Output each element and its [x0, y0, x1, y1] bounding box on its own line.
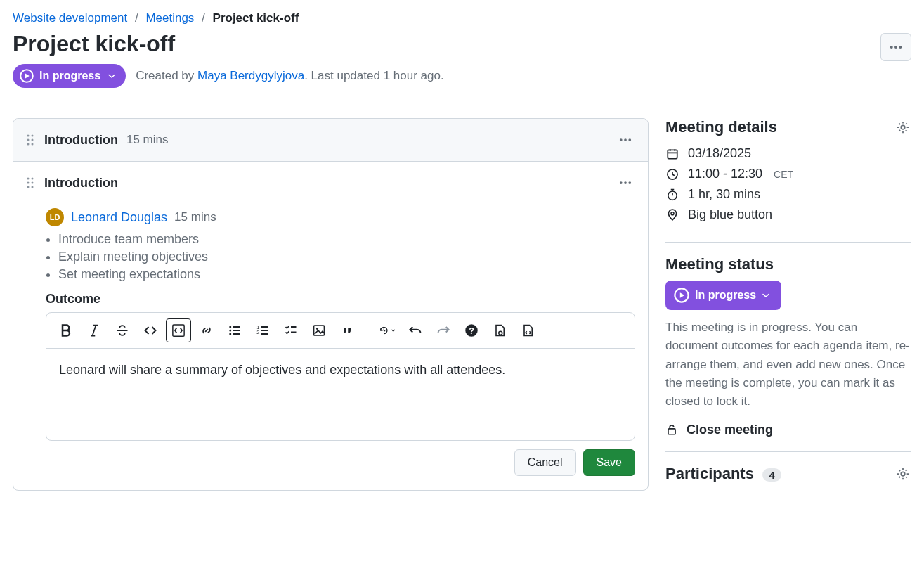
meta-created-prefix: Created by [136, 69, 197, 82]
toolbar-ordered-list-button[interactable]: 12 [250, 318, 275, 342]
toolbar-strike-button[interactable] [110, 318, 135, 342]
toolbar-history-button[interactable] [375, 318, 400, 342]
undo-icon [408, 323, 422, 337]
sidebar-status-pill[interactable]: In progress [665, 281, 781, 310]
toolbar-italic-button[interactable] [82, 318, 107, 342]
sidebar-meeting-status-heading: Meeting status [665, 255, 774, 273]
toolbar-redo-button[interactable] [431, 318, 456, 342]
detail-duration: 1 hr, 30 mins [665, 187, 911, 202]
toolbar-preview-button[interactable] [487, 318, 512, 342]
toolbar-divider [367, 321, 367, 340]
quote-icon [340, 323, 354, 337]
toolbar-source-button[interactable] [515, 318, 540, 342]
svg-point-10 [620, 138, 623, 141]
toolbar-quote-button[interactable] [334, 318, 360, 342]
toolbar-task-list-button[interactable] [278, 318, 304, 342]
toolbar-help-button[interactable]: ? [459, 318, 484, 342]
kebab-icon [618, 133, 632, 147]
strikethrough-icon [115, 323, 129, 337]
svg-point-33 [901, 125, 905, 129]
svg-point-4 [27, 135, 30, 137]
toolbar-bold-button[interactable] [53, 318, 79, 342]
svg-point-20 [624, 181, 627, 184]
breadcrumb-link-meetings[interactable]: Meetings [145, 11, 194, 25]
presenter-link[interactable]: Leonard Douglas [71, 210, 167, 225]
agenda-section-menu-button[interactable] [616, 173, 635, 193]
participants-count-badge: 4 [762, 468, 781, 482]
svg-point-9 [32, 143, 34, 146]
outcome-textarea[interactable]: Leonard will share a summary of objectiv… [46, 349, 635, 440]
toolbar-link-button[interactable] [194, 318, 219, 342]
detail-location: Big blue button [665, 207, 911, 222]
svg-text:2: 2 [256, 329, 259, 335]
agenda-bullet: Introduce team members [58, 232, 635, 247]
toolbar-bullet-list-button[interactable] [222, 318, 247, 342]
breadcrumb: Website development / Meetings / Project… [13, 11, 911, 25]
drag-handle-icon[interactable] [26, 176, 36, 189]
toolbar-image-button[interactable] [306, 318, 332, 342]
gear-icon [896, 120, 910, 134]
detail-location-value: Big blue button [688, 207, 772, 222]
svg-point-8 [27, 143, 30, 146]
code-icon [143, 323, 157, 337]
location-icon [665, 208, 679, 222]
agenda-panel: Introduction 15 mins [13, 118, 649, 491]
cancel-button[interactable]: Cancel [514, 449, 576, 476]
breadcrumb-current: Project kick-off [213, 11, 299, 25]
svg-point-0 [890, 46, 893, 49]
redo-icon [436, 323, 450, 337]
svg-point-40 [901, 472, 905, 476]
drag-handle-icon[interactable] [26, 134, 36, 146]
svg-point-19 [620, 181, 623, 184]
unlock-icon [665, 423, 678, 436]
stopwatch-icon [665, 188, 679, 202]
close-meeting-button[interactable]: Close meeting [665, 423, 911, 437]
clock-icon [665, 167, 679, 181]
meeting-details-settings-button[interactable] [894, 119, 911, 136]
svg-point-1 [894, 46, 897, 49]
page-title: Project kick-off [13, 31, 175, 57]
agenda-section-menu-button[interactable] [616, 130, 635, 150]
svg-point-2 [899, 46, 902, 49]
svg-point-37 [671, 212, 674, 214]
svg-point-11 [624, 138, 627, 141]
toolbar-undo-button[interactable] [403, 318, 428, 342]
breadcrumb-separator: / [202, 11, 205, 25]
play-circle-icon [674, 288, 689, 303]
svg-point-18 [32, 186, 34, 188]
gear-icon [896, 467, 910, 481]
sidebar-participants-heading: Participants [665, 465, 754, 482]
save-button[interactable]: Save [583, 449, 635, 476]
svg-point-15 [27, 182, 30, 184]
meta-author-link[interactable]: Maya Berdygylyjova [197, 69, 304, 82]
agenda-bullet: Explain meeting objectives [58, 250, 635, 264]
play-circle-icon [20, 69, 34, 83]
calendar-icon [665, 147, 679, 161]
image-icon [312, 323, 326, 337]
bold-icon [59, 323, 73, 337]
toolbar-code-block-button[interactable] [166, 318, 191, 342]
editor-toolbar: 12 ? [46, 313, 635, 349]
svg-point-5 [32, 135, 34, 137]
detail-time-value: 11:00 - 12:30 [688, 167, 762, 181]
breadcrumb-link-project[interactable]: Website development [13, 11, 127, 25]
svg-point-12 [628, 138, 631, 141]
chevron-down-icon [108, 72, 116, 80]
page-actions-menu-button[interactable] [880, 33, 911, 61]
agenda-bullets: Introduce team members Explain meeting o… [58, 232, 635, 282]
svg-point-16 [32, 182, 34, 184]
detail-time: 11:00 - 12:30 CET [665, 167, 911, 181]
agenda-bullet: Set meeting expectations [58, 267, 635, 282]
agenda-section-duration: 15 mins [126, 133, 169, 147]
breadcrumb-separator: / [135, 11, 138, 25]
toolbar-inline-code-button[interactable] [138, 318, 163, 342]
kebab-icon [889, 40, 903, 54]
ordered-list-icon: 12 [256, 323, 270, 337]
file-code-icon [521, 323, 535, 337]
svg-rect-39 [668, 429, 675, 434]
kebab-icon [618, 176, 632, 190]
meeting-status-pill[interactable]: In progress [13, 64, 126, 88]
svg-point-29 [316, 328, 318, 330]
svg-point-13 [27, 178, 30, 180]
participants-settings-button[interactable] [894, 465, 911, 482]
